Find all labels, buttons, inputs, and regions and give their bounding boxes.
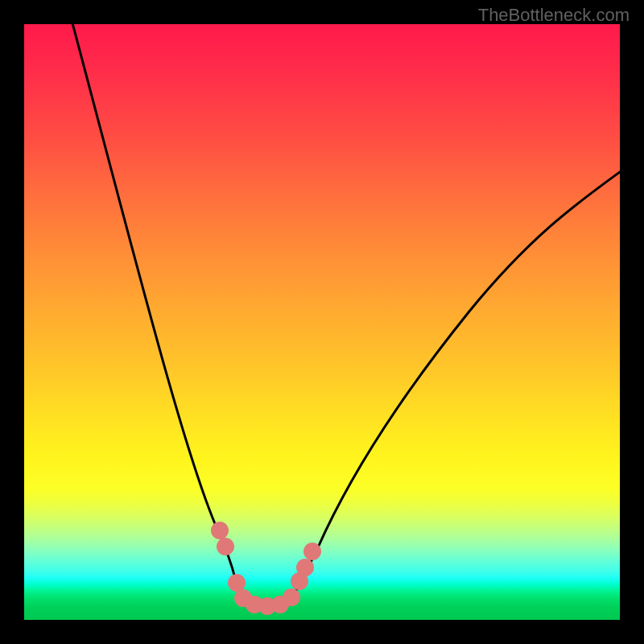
marker-point	[303, 543, 321, 560]
plot-area	[24, 24, 620, 620]
marker-point	[211, 522, 229, 539]
marker-point	[217, 538, 234, 555]
chart-frame: TheBottleneck.com	[0, 0, 644, 644]
right-curve	[290, 169, 620, 601]
marker-point	[283, 588, 300, 606]
marker-point	[296, 559, 314, 576]
left-curve	[68, 24, 244, 601]
watermark-text: TheBottleneck.com	[478, 5, 630, 26]
marker-group	[211, 522, 321, 615]
curve-layer	[24, 24, 620, 620]
marker-point	[228, 574, 246, 592]
